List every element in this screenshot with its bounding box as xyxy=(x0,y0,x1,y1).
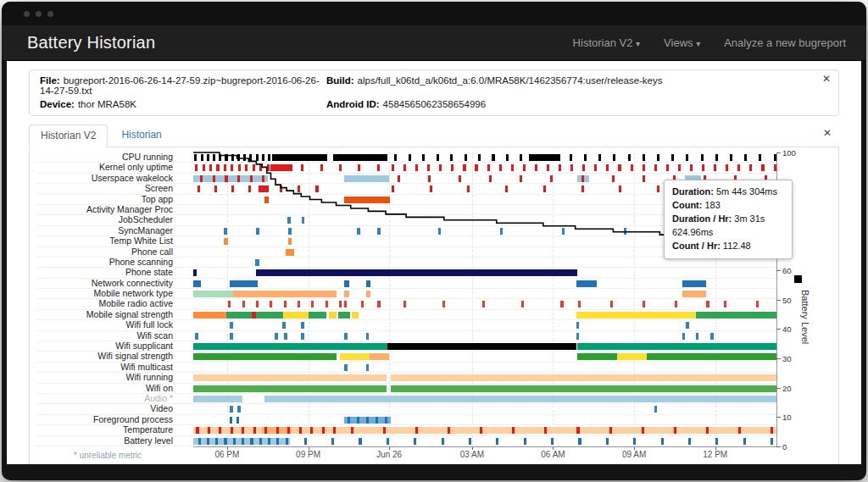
timeline-segment[interactable] xyxy=(357,417,359,424)
timeline-segment[interactable] xyxy=(264,396,776,402)
timeline-segment[interactable] xyxy=(654,406,657,413)
timeline-segment[interactable] xyxy=(403,164,406,171)
timeline-segment[interactable] xyxy=(253,164,255,171)
row-label[interactable]: Mobile signal strength xyxy=(36,310,193,319)
timeline-segment[interactable] xyxy=(576,322,579,329)
timeline-segment[interactable] xyxy=(570,154,572,161)
timeline-segment[interactable] xyxy=(598,154,601,161)
tab-panel-close-icon[interactable]: ✕ xyxy=(823,128,832,138)
window-control-minimize[interactable] xyxy=(36,11,42,17)
timeline-segment[interactable] xyxy=(422,154,425,161)
timeline-segment[interactable] xyxy=(193,374,387,381)
timeline-segment[interactable] xyxy=(414,438,416,445)
timeline-segment[interactable] xyxy=(193,353,337,360)
timeline-segment[interactable] xyxy=(666,164,669,171)
timeline-segment[interactable] xyxy=(617,353,646,360)
row-label[interactable]: CPU running xyxy=(36,152,193,162)
timeline-segment[interactable] xyxy=(284,333,287,340)
timeline-segment[interactable] xyxy=(331,438,334,445)
timeline-segment[interactable] xyxy=(606,438,609,445)
timeline-segment[interactable] xyxy=(377,164,380,171)
timeline-segment[interactable] xyxy=(340,353,369,360)
timeline-segment[interactable] xyxy=(427,164,430,171)
row-label[interactable]: Wifi on xyxy=(36,384,193,393)
timeline-segment[interactable] xyxy=(524,438,526,445)
timeline-segment[interactable] xyxy=(243,154,246,161)
timeline-segment[interactable] xyxy=(233,291,337,297)
timeline-segment[interactable] xyxy=(613,154,615,161)
timeline-segment[interactable] xyxy=(682,333,685,340)
timeline-segment[interactable] xyxy=(326,301,328,307)
timeline-segment[interactable] xyxy=(500,228,503,235)
timeline-segment[interactable] xyxy=(392,164,394,171)
timeline-segment[interactable] xyxy=(392,186,394,192)
timeline-segment[interactable] xyxy=(576,280,597,287)
timeline-segment[interactable] xyxy=(702,164,704,171)
row-label[interactable]: SyncManager xyxy=(36,226,193,235)
timeline-segment[interactable] xyxy=(193,175,268,182)
timeline-segment[interactable] xyxy=(478,154,481,161)
row-label[interactable]: JobScheduler xyxy=(36,215,193,224)
timeline-segment[interactable] xyxy=(262,154,264,161)
timeline-segment[interactable] xyxy=(339,301,342,307)
timeline-segment[interactable] xyxy=(344,301,347,307)
timeline-segment[interactable] xyxy=(387,438,389,445)
timeline-segment[interactable] xyxy=(228,301,231,307)
timeline-segment[interactable] xyxy=(198,438,201,445)
timeline-segment[interactable] xyxy=(487,164,490,171)
timeline-segment[interactable] xyxy=(214,186,217,192)
timeline-segment[interactable] xyxy=(619,186,621,192)
timeline-segment[interactable] xyxy=(358,164,360,171)
timeline-segment[interactable] xyxy=(547,164,549,171)
timeline-segment[interactable] xyxy=(631,164,633,171)
timeline-segment[interactable] xyxy=(377,301,380,307)
timeline-segment[interactable] xyxy=(690,164,693,171)
nav-views-menu[interactable]: Views ▾ xyxy=(664,36,700,49)
timeline-segment[interactable] xyxy=(272,154,327,161)
timeline-segment[interactable] xyxy=(715,154,718,161)
timeline-segment[interactable] xyxy=(771,427,773,434)
timeline-segment[interactable] xyxy=(225,154,227,161)
timeline-segment[interactable] xyxy=(226,312,252,319)
timeline-segment[interactable] xyxy=(469,438,471,445)
timeline-segment[interactable] xyxy=(520,175,522,182)
timeline-segment[interactable] xyxy=(259,438,262,445)
row-label[interactable]: Wifi running xyxy=(36,373,193,382)
timeline-segment[interactable] xyxy=(749,164,752,171)
timeline-segment[interactable] xyxy=(344,175,389,182)
timeline-segment[interactable] xyxy=(606,164,609,171)
timeline-segment[interactable] xyxy=(633,438,636,445)
tab-historian[interactable]: Historian xyxy=(109,124,173,147)
timeline-segment[interactable] xyxy=(287,427,290,434)
timeline-segment[interactable] xyxy=(459,175,461,182)
timeline-segment[interactable] xyxy=(743,438,746,445)
timeline-segment[interactable] xyxy=(207,438,209,445)
timeline-segment[interactable] xyxy=(394,154,397,161)
timeline-segment[interactable] xyxy=(647,353,776,360)
row-label[interactable]: Battery level xyxy=(36,436,193,446)
timeline-segment[interactable] xyxy=(439,164,442,171)
timeline-segment[interactable] xyxy=(710,333,713,340)
timeline-segment[interactable] xyxy=(301,164,303,171)
timeline-segment[interactable] xyxy=(310,427,313,434)
timeline-segment[interactable] xyxy=(496,438,498,445)
timeline-segment[interactable] xyxy=(675,301,677,307)
timeline-segment[interactable] xyxy=(230,333,232,340)
timeline-segment[interactable] xyxy=(231,154,234,161)
timeline-segment[interactable] xyxy=(624,228,626,235)
row-label[interactable]: Wifi scan xyxy=(36,331,193,341)
nav-historian-v2-menu[interactable]: Historian V2 ▾ xyxy=(573,36,640,49)
window-control-close[interactable] xyxy=(24,11,30,17)
nav-analyze-new-bugreport[interactable]: Analyze a new bugreport xyxy=(724,36,846,49)
timeline-segment[interactable] xyxy=(505,186,508,192)
timeline-segment[interactable] xyxy=(724,301,726,307)
timeline-segment[interactable] xyxy=(383,427,386,434)
timeline-segment[interactable] xyxy=(559,164,561,171)
timeline-segment[interactable] xyxy=(288,238,292,245)
timeline-segment[interactable] xyxy=(231,186,234,192)
timeline-segment[interactable] xyxy=(696,312,776,319)
timeline-segment[interactable] xyxy=(511,164,514,171)
timeline-segment[interactable] xyxy=(298,301,300,307)
timeline-segment[interactable] xyxy=(759,154,761,161)
timeline-segment[interactable] xyxy=(262,175,264,182)
